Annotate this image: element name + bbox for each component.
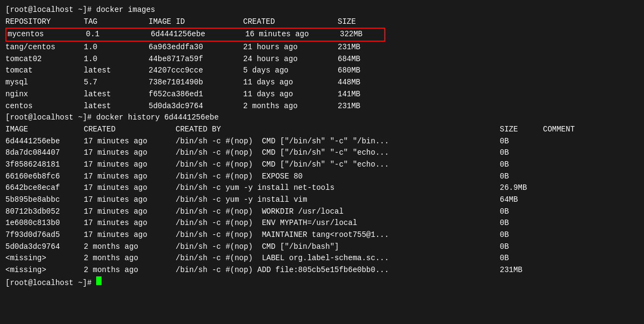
h-row-10-createdby: /bin/sh -c #(nop) LABEL org.label-schema… (176, 253, 500, 265)
h-row-7-createdby: /bin/sh -c #(nop) ENV MYPATH=/usr/local (176, 217, 500, 229)
highlighted-row-wrapper: mycentos0.16d4441256ebe16 minutes ago322… (5, 28, 639, 42)
h-row-3-img: 66160e6b8fc6 (5, 171, 84, 183)
row-2-tag: 1.0 (84, 54, 149, 65)
h-row-4-createdby: /bin/sh -c yum -y install net-tools (176, 182, 500, 194)
history-row-6: 80712b3db05217 minutes ago/bin/sh -c #(n… (5, 206, 639, 218)
row-4-size: 448MB (338, 77, 381, 89)
row-1-imgid: 6a963eddfa30 (149, 42, 243, 54)
h-row-9-size: 0B (500, 241, 543, 253)
h-row-9-created: 2 months ago (84, 241, 176, 253)
row-4-repo: mysql (5, 77, 84, 89)
h-row-6-size: 0B (500, 206, 543, 218)
history-row-2: 3f858624818117 minutes ago/bin/sh -c #(n… (5, 159, 639, 171)
history-header: IMAGECREATEDCREATED BYSIZECOMMENT (5, 124, 639, 136)
row-1-repo: tang/centos (5, 42, 84, 54)
h-row-0-created: 17 minutes ago (84, 136, 176, 148)
h-row-0-img: 6d4441256ebe (5, 136, 84, 148)
h-row-1-createdby: /bin/sh -c #(nop) CMD ["/bin/sh" "-c" "e… (176, 147, 500, 159)
history-row-8: 7f93d0d76ad517 minutes ago/bin/sh -c #(n… (5, 229, 639, 241)
row-0-repo: mycentos (8, 29, 86, 41)
row-1-size: 231MB (338, 42, 381, 54)
row-4-created: 11 days ago (243, 77, 338, 89)
row-1-tag: 1.0 (84, 42, 149, 54)
col-comment-header: COMMENT (543, 124, 597, 136)
highlighted-row: mycentos0.16d4441256ebe16 minutes ago322… (5, 28, 385, 42)
history-row-10: <missing>2 months ago/bin/sh -c #(nop) L… (5, 253, 639, 265)
history-row-1: 8da7dc08440717 minutes ago/bin/sh -c #(n… (5, 147, 639, 159)
row-6-tag: latest (84, 101, 149, 113)
history-row-11: <missing>2 months ago/bin/sh -c #(nop) A… (5, 265, 639, 276)
h-row-4-img: 6642bce8ecaf (5, 182, 84, 194)
history-row-4: 6642bce8ecaf17 minutes ago/bin/sh -c yum… (5, 182, 639, 194)
terminal: [root@localhost ~]# docker images REPOSI… (0, 0, 644, 324)
col-imgid-header: IMAGE ID (149, 16, 243, 28)
h-row-11-createdby: /bin/sh -c #(nop) ADD file:805cb5e15fb6e… (176, 265, 500, 276)
row-2-imgid: 44be8717a59f (149, 54, 243, 65)
h-row-1-created: 17 minutes ago (84, 147, 176, 159)
h-row-5-created: 17 minutes ago (84, 194, 176, 206)
h-row-2-created: 17 minutes ago (84, 159, 176, 171)
h-row-8-createdby: /bin/sh -c #(nop) MAINTAINER tang<root75… (176, 229, 500, 241)
row-0-created: 16 minutes ago (245, 29, 340, 41)
row-5-size: 141MB (338, 89, 381, 101)
h-row-6-img: 80712b3db052 (5, 206, 84, 218)
h-row-8-img: 7f93d0d76ad5 (5, 229, 84, 241)
command-line-2: [root@localhost ~]# docker history 6d444… (5, 112, 639, 124)
h-row-11-created: 2 months ago (84, 265, 176, 276)
row-3-size: 680MB (338, 65, 381, 77)
history-row-3: 66160e6b8fc617 minutes ago/bin/sh -c #(n… (5, 171, 639, 183)
cmd-2-arg: 6d4441256ebe (164, 112, 219, 124)
row-3-imgid: 24207ccc9cce (149, 65, 243, 77)
row-5-created: 11 days ago (243, 89, 338, 101)
col-createdby-header: CREATED BY (176, 124, 500, 136)
row-5-tag: latest (84, 89, 149, 101)
row-3-tag: latest (84, 65, 149, 77)
row-6-imgid: 5d0da3dc9764 (149, 101, 243, 113)
h-row-7-created: 17 minutes ago (84, 217, 176, 229)
h-row-10-img: <missing> (5, 253, 84, 265)
history-row-5: 5b895be8abbc17 minutes ago/bin/sh -c yum… (5, 194, 639, 206)
h-row-5-size: 64MB (500, 194, 543, 206)
h-row-9-createdby: /bin/sh -c #(nop) CMD ["/bin/bash"] (176, 241, 500, 253)
row-6-repo: centos (5, 101, 84, 113)
h-row-9-img: 5d0da3dc9764 (5, 241, 84, 253)
row-2-repo: tomcat02 (5, 54, 84, 65)
h-row-2-img: 3f8586248181 (5, 159, 84, 171)
row-6-created: 2 months ago (243, 101, 338, 113)
prompt-2: [root@localhost ~]# (5, 112, 96, 124)
h-row-5-img: 5b895be8abbc (5, 194, 84, 206)
h-row-1-img: 8da7dc084407 (5, 147, 84, 159)
images-row-2: tomcat021.044be8717a59f24 hours ago684MB (5, 54, 639, 65)
row-1-created: 21 hours ago (243, 42, 338, 54)
row-6-size: 231MB (338, 101, 381, 113)
cmd-1-text: docker images (96, 4, 155, 16)
col-tag-header: TAG (84, 16, 149, 28)
col-repo-header: REPOSITORY (5, 16, 84, 28)
images-row-5: nginxlatestf652ca386ed111 days ago141MB (5, 89, 639, 101)
images-row-3: tomcatlatest24207ccc9cce5 days ago680MB (5, 65, 639, 77)
h-row-0-size: 0B (500, 136, 543, 148)
row-4-tag: 5.7 (84, 77, 149, 89)
history-row-7: 1e6080c813b017 minutes ago/bin/sh -c #(n… (5, 217, 639, 229)
h-row-3-size: 0B (500, 171, 543, 183)
cursor (96, 276, 102, 285)
row-2-created: 24 hours ago (243, 54, 338, 65)
col-created-header: CREATED (243, 16, 338, 28)
col-img-header: IMAGE (5, 124, 84, 136)
row-4-imgid: 738e7101490b (149, 77, 243, 89)
row-0-imgid: 6d4441256ebe (151, 29, 245, 41)
h-row-4-created: 17 minutes ago (84, 182, 176, 194)
row-0-tag: 0.1 (86, 29, 151, 41)
h-row-11-img: <missing> (5, 265, 84, 276)
row-3-repo: tomcat (5, 65, 84, 77)
images-row-6: centoslatest5d0da3dc97642 months ago231M… (5, 101, 639, 113)
h-row-2-createdby: /bin/sh -c #(nop) CMD ["/bin/sh" "-c" "e… (176, 159, 500, 171)
row-0-size: 322MB (340, 29, 383, 41)
images-row-1: tang/centos1.06a963eddfa3021 hours ago23… (5, 42, 639, 54)
cmd-2-text: docker history (96, 112, 164, 124)
h-row-10-created: 2 months ago (84, 253, 176, 265)
images-header: REPOSITORYTAGIMAGE IDCREATEDSIZE (5, 16, 639, 28)
col-hsize-header: SIZE (500, 124, 543, 136)
h-row-7-size: 0B (500, 217, 543, 229)
row-5-repo: nginx (5, 89, 84, 101)
